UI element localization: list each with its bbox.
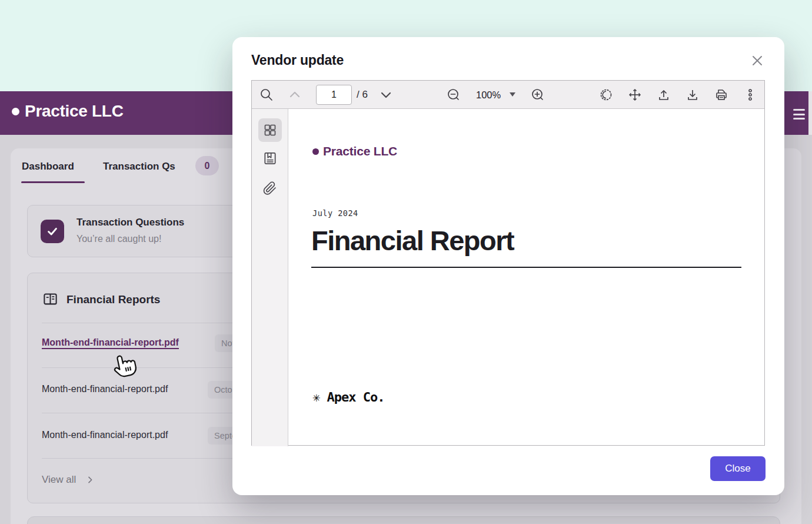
attachments-button[interactable]	[258, 177, 282, 200]
checkmark-icon	[41, 220, 64, 243]
paperclip-icon	[263, 181, 277, 195]
page-number-input[interactable]	[316, 85, 352, 105]
brand-logo: Practice LLC	[12, 102, 124, 121]
brand-dot-icon	[12, 108, 19, 115]
financial-reports-title: Financial Reports	[66, 293, 160, 306]
pdf-brand-logo: Practice LLC	[312, 144, 397, 158]
report-link-november[interactable]: Month-end-financial-report.pdf	[42, 337, 179, 349]
transaction-questions-subtitle: You’re all caught up!	[76, 234, 161, 244]
book-icon	[42, 291, 58, 307]
pdf-date: July 2024	[312, 208, 358, 218]
screen: Practice LLC Dashboard Transaction Qs 0 …	[0, 0, 812, 524]
zoom-out-icon[interactable]	[447, 88, 461, 102]
outline-bookmark-icon	[262, 151, 278, 166]
tab-dashboard[interactable]: Dashboard	[22, 161, 74, 173]
tab-transaction-qs[interactable]: Transaction Qs	[103, 161, 175, 173]
previous-page-icon[interactable]	[288, 88, 302, 102]
chevron-right-icon	[85, 475, 95, 485]
document-outline-button[interactable]	[258, 147, 282, 170]
pdf-sidebar	[252, 109, 288, 446]
next-section-card	[27, 516, 780, 524]
appearance-icon[interactable]	[599, 88, 613, 102]
pdf-viewer: / 6 100%	[251, 80, 765, 446]
zoom-dropdown-caret-icon[interactable]	[510, 92, 515, 97]
pdf-page: Practice LLC July 2024 Financial Report …	[289, 109, 764, 445]
close-button[interactable]: Close	[710, 456, 766, 481]
report-link-september[interactable]: Month-end-financial-report.pdf	[42, 430, 168, 440]
zoom-in-icon[interactable]	[531, 88, 545, 102]
active-tab-underline	[21, 181, 85, 183]
transaction-questions-title: Transaction Questions	[76, 217, 184, 228]
brand-name: Practice LLC	[25, 102, 124, 121]
upload-icon[interactable]	[657, 88, 671, 102]
hamburger-menu-icon[interactable]	[793, 108, 806, 121]
report-link-october[interactable]: Month-end-financial-report.pdf	[42, 384, 168, 394]
next-page-icon[interactable]	[379, 88, 393, 102]
download-icon[interactable]	[685, 88, 700, 102]
zoom-level-label[interactable]: 100%	[476, 81, 501, 109]
pdf-title: Financial Report	[311, 224, 514, 257]
close-icon[interactable]	[750, 54, 764, 68]
thumbnails-grid-icon	[263, 123, 277, 137]
apex-co-logo: ✳ Apex Co.	[312, 390, 384, 404]
page-count-label: / 6	[357, 81, 368, 109]
view-all-link[interactable]: View all	[42, 474, 95, 486]
search-icon[interactable]	[259, 88, 274, 102]
vendor-update-modal: Vendor update / 6	[232, 37, 784, 495]
print-icon[interactable]	[714, 88, 728, 102]
transaction-qs-count-badge: 0	[195, 156, 219, 175]
pan-move-icon[interactable]	[628, 88, 642, 102]
modal-title: Vendor update	[251, 52, 344, 68]
pdf-brand-dot-icon	[312, 148, 319, 155]
more-options-kebab-icon[interactable]	[743, 88, 757, 102]
pdf-title-rule	[311, 267, 741, 268]
pdf-toolbar: / 6 100%	[252, 81, 764, 109]
thumbnails-view-button[interactable]	[258, 118, 282, 142]
